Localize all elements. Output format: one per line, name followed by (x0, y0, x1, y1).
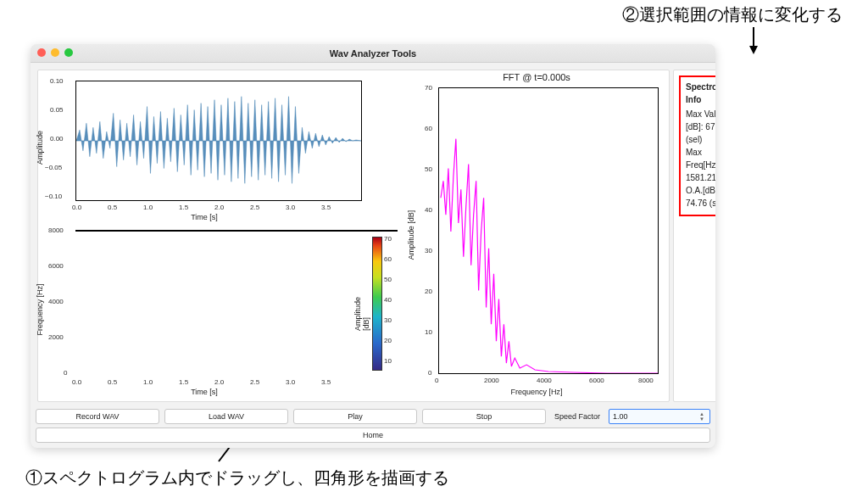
info-line: Max Freq[Hz]: 1581.21 (sel) (686, 146, 715, 184)
info-line: O.A.[dB]: 74.76 (sel) (686, 184, 715, 210)
annotation-top: ②選択範囲の情報に変化する (622, 3, 843, 26)
waveform-trace (76, 81, 361, 200)
colorbar: Amplitude [dB] 70 60 50 40 30 20 10 (370, 225, 404, 394)
fft-title: FFT @ t=0.000s (503, 72, 570, 82)
fft-plot[interactable]: FFT @ t=0.000s Amplitude [dB] Frequency … (409, 75, 664, 394)
toolbar-row: Record WAV Load WAV Play Stop Speed Fact… (31, 405, 715, 426)
stop-button[interactable]: Stop (422, 409, 546, 424)
info-line: Max Value [dB]: 67.92 (sel) (686, 108, 715, 146)
record-button[interactable]: Record WAV (36, 409, 159, 424)
speed-factor-label: Speed Factor (551, 412, 604, 421)
play-button[interactable]: Play (293, 409, 417, 424)
stepper-icon[interactable]: ▲▼ (699, 411, 708, 422)
fft-ylabel: Amplitude [dB] (407, 210, 415, 260)
spectrogram-info-box: Spectrogram Info Max Value [dB]: 67.92 (… (679, 75, 715, 216)
arrow-to-info (741, 25, 766, 56)
maximize-icon[interactable] (64, 48, 73, 57)
spectrogram-ylabel: Frequency [Hz] (36, 283, 44, 335)
svg-marker-1 (749, 46, 758, 54)
colorbar-label: Amplitude [dB] (353, 288, 370, 331)
waveform-ylabel: Amplitude (36, 131, 44, 165)
annotation-bottom: ①スペクトログラム内でドラッグし、四角形を描画する (25, 467, 449, 489)
info-panel: Spectrogram Info Max Value [dB]: 67.92 (… (673, 70, 715, 402)
waveform-xlabel: Time [s] (191, 213, 218, 221)
minimize-icon[interactable] (51, 48, 59, 57)
fft-trace (439, 88, 658, 373)
info-heading: Spectrogram Info (686, 81, 715, 106)
close-icon[interactable] (37, 48, 46, 57)
fft-xlabel: Frequency [Hz] (510, 388, 562, 396)
titlebar: Wav Analyzer Tools (31, 44, 715, 63)
speed-factor-input[interactable]: 1.00 ▲▼ (609, 409, 710, 424)
spectrogram-plot[interactable]: Frequency [Hz] Time [s] 80 (43, 225, 365, 394)
spectrogram-xlabel: Time [s] (191, 388, 218, 396)
load-button[interactable]: Load WAV (164, 409, 288, 424)
plots-area: Amplitude Time [s] 0.10 0.05 0.00 −0.05 … (37, 70, 670, 402)
home-button[interactable]: Home (36, 428, 710, 443)
waveform-plot[interactable]: Amplitude Time [s] 0.10 0.05 0.00 −0.05 … (43, 75, 365, 220)
window-title: Wav Analyzer Tools (330, 48, 416, 59)
speed-factor-value: 1.00 (613, 412, 628, 421)
app-window: Wav Analyzer Tools Amplitude Time [s] 0.… (31, 44, 715, 448)
selection-rectangle[interactable] (232, 230, 272, 231)
